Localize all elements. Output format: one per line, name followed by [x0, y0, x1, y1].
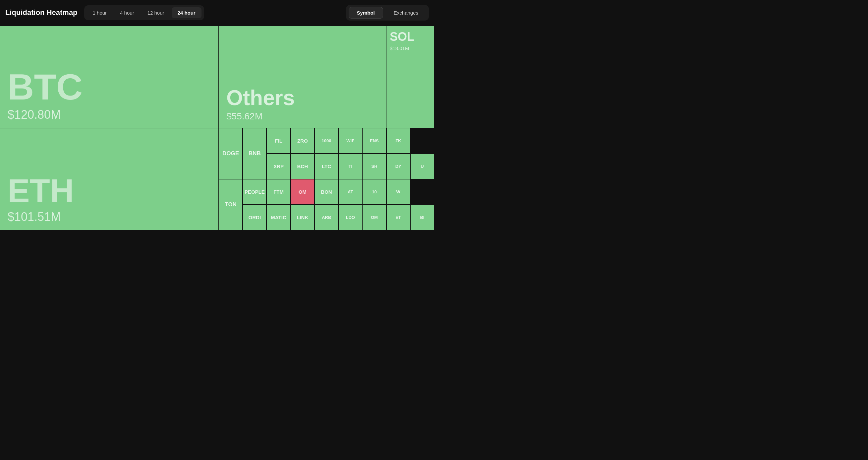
- small-grid: DOGE BNB FIL ZRO 1000 WIF ENS ZK XRP BCH…: [219, 128, 434, 230]
- btc-name: BTC: [8, 69, 211, 105]
- others-name: Others: [226, 87, 378, 109]
- ltc-cell[interactable]: LTC: [314, 153, 338, 179]
- bnb-cell[interactable]: BNB: [243, 128, 267, 179]
- bon-cell[interactable]: BON: [314, 179, 338, 205]
- time-btn-4hour[interactable]: 4 hour: [114, 7, 140, 18]
- om-cell[interactable]: OM: [291, 179, 314, 205]
- app-title: Liquidation Heatmap: [5, 8, 78, 17]
- arb-cell[interactable]: ARB: [314, 205, 338, 230]
- ordi-cell[interactable]: ORDI: [243, 205, 267, 230]
- sh-cell[interactable]: SH: [362, 153, 386, 179]
- right-button-group: Symbol Exchanges: [346, 5, 429, 21]
- sol-value: $18.01M: [390, 46, 409, 51]
- eth-name: ETH: [8, 174, 211, 207]
- exchanges-button[interactable]: Exchanges: [386, 7, 426, 19]
- doge-cell[interactable]: DOGE: [219, 128, 243, 179]
- at-cell[interactable]: AT: [338, 179, 362, 205]
- time-btn-24hour[interactable]: 24 hour: [172, 7, 202, 18]
- w-cell[interactable]: W: [386, 179, 410, 205]
- others-cell[interactable]: Others $55.62M: [219, 26, 386, 128]
- bi-cell[interactable]: BI: [410, 205, 434, 230]
- others-value: $55.62M: [226, 111, 378, 122]
- ens-cell[interactable]: ENS: [362, 128, 386, 153]
- people-cell[interactable]: PEOPLE: [243, 179, 267, 205]
- eth-value: $101.51M: [8, 210, 211, 224]
- eth-cell[interactable]: ETH $101.51M: [0, 128, 219, 230]
- zro-cell[interactable]: ZRO: [291, 128, 314, 153]
- btc-cell[interactable]: BTC $120.80M: [0, 26, 219, 128]
- link-cell[interactable]: LINK: [291, 205, 314, 230]
- matic-cell[interactable]: MATIC: [267, 205, 290, 230]
- time-btn-1hour[interactable]: 1 hour: [87, 7, 113, 18]
- header: Liquidation Heatmap 1 hour 4 hour 12 hou…: [0, 0, 434, 25]
- heatmap: BTC $120.80M ETH $101.51M Others $55.62M…: [0, 25, 434, 230]
- bch-cell[interactable]: BCH: [291, 153, 314, 179]
- fil-cell[interactable]: FIL: [267, 128, 290, 153]
- dy-cell[interactable]: DY: [386, 153, 410, 179]
- zk-cell[interactable]: ZK: [386, 128, 410, 153]
- 10-cell[interactable]: 10: [362, 179, 386, 205]
- time-button-group: 1 hour 4 hour 12 hour 24 hour: [84, 5, 204, 20]
- btc-value: $120.80M: [8, 108, 211, 122]
- 1000-cell[interactable]: 1000: [314, 128, 338, 153]
- sol-name: SOL: [390, 31, 414, 43]
- symbol-button[interactable]: Symbol: [349, 7, 383, 19]
- u-cell[interactable]: U: [410, 153, 434, 179]
- xrp-cell[interactable]: XRP: [267, 153, 290, 179]
- om2-cell[interactable]: OM: [362, 205, 386, 230]
- ti-cell[interactable]: TI: [338, 153, 362, 179]
- time-btn-12hour[interactable]: 12 hour: [142, 7, 170, 18]
- ldo-cell[interactable]: LDO: [338, 205, 362, 230]
- ton-cell[interactable]: TON: [219, 179, 243, 230]
- wif-cell[interactable]: WIF: [338, 128, 362, 153]
- ftm-cell[interactable]: FTM: [267, 179, 290, 205]
- sol-cell[interactable]: SOL $18.01M: [386, 26, 434, 128]
- et-cell[interactable]: ET: [386, 205, 410, 230]
